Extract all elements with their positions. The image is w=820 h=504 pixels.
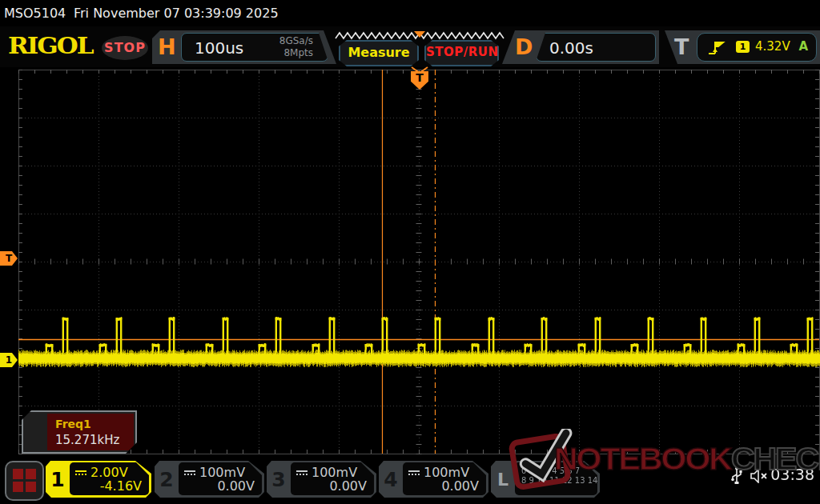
channel-1-panel: 2.00V -4.16V	[70, 462, 149, 495]
channel-2-panel: 100mV 0.00V	[179, 462, 262, 495]
channel-4-number: 4	[379, 461, 403, 498]
logic-label: L	[491, 461, 515, 498]
channel-bar: 1 2.00V -4.16V 2 100mV 0.00V 3 100mV 0.0…	[0, 460, 820, 500]
channel-4-button[interactable]: 4 100mV 0.00V	[379, 461, 488, 498]
channel-3-button[interactable]: 3 100mV 0.00V	[267, 461, 376, 498]
channel-1-offset: -4.16V	[100, 478, 142, 494]
dc-coupling-icon	[296, 470, 308, 473]
channel-4-offset: 0.00V	[441, 478, 479, 494]
oscilloscope-screen: MSO5104 Fri November 07 03:39:09 2025 RI…	[0, 0, 820, 504]
usb-icon	[730, 466, 743, 486]
measurement-name: Freq1	[55, 416, 134, 432]
measurement-result-inner: Freq1 15.271kHz	[47, 414, 134, 450]
speaker-muted-icon	[750, 469, 770, 483]
menu-grid-button[interactable]	[5, 461, 44, 501]
channel-4-panel: 100mV 0.00V	[403, 462, 486, 495]
channel-3-offset: 0.00V	[329, 478, 367, 494]
clock: 03:38	[770, 466, 814, 483]
channel-2-number: 2	[155, 461, 179, 498]
channel-1-button[interactable]: 1 2.00V -4.16V	[46, 461, 151, 498]
dc-coupling-icon	[184, 470, 195, 473]
dc-coupling-icon	[75, 470, 86, 473]
measurement-value: 15.271kHz	[55, 432, 134, 448]
channel-1-number: 1	[46, 461, 70, 498]
channel-3-panel: 100mV 0.00V	[291, 462, 374, 495]
logic-channels-button[interactable]: L 0 1 2 3 4 5 6 78 9 10 11 12 13 14 15	[491, 461, 600, 498]
channel-2-offset: 0.00V	[217, 478, 255, 494]
logic-panel: 0 1 2 3 4 5 6 78 9 10 11 12 13 14 15	[515, 462, 597, 495]
dc-coupling-icon	[408, 470, 420, 473]
menu-grid-icon	[13, 469, 23, 479]
channel-3-number: 3	[267, 461, 291, 498]
channel-2-button[interactable]: 2 100mV 0.00V	[155, 461, 264, 498]
measurement-result-box[interactable]: Freq1 15.271kHz	[22, 410, 137, 454]
